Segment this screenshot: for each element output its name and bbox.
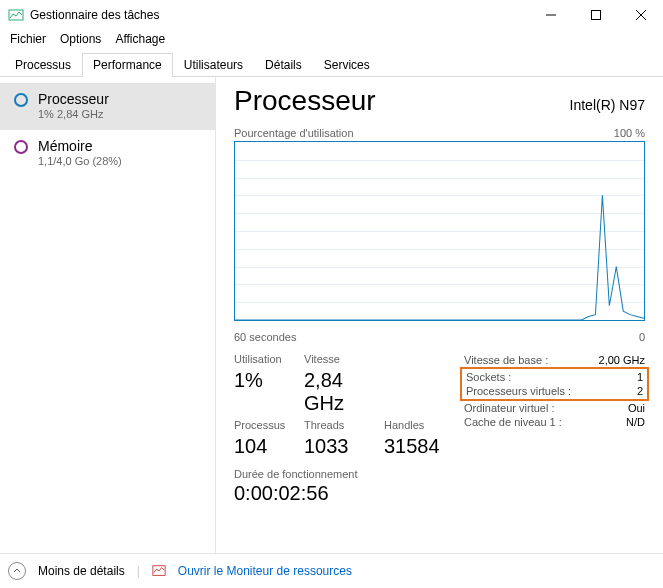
title-bar: Gestionnaire des tâches [0,0,663,30]
sidebar-item-cpu[interactable]: Processeur 1% 2,84 GHz [0,83,215,130]
window-title: Gestionnaire des tâches [30,8,528,22]
sidebar-cpu-sub: 1% 2,84 GHz [38,108,109,120]
chart-top-labels: Pourcentage d'utilisation 100 % [234,127,645,139]
handles-label: Handles [384,419,454,431]
row-base-speed: Vitesse de base : 2,00 GHz [464,353,645,367]
chart-xlabel: 60 secondes [234,331,296,343]
open-resource-monitor-link[interactable]: Ouvrir le Moniteur de ressources [178,564,352,578]
cpu-chart[interactable] [234,141,645,321]
chart-ymin: 0 [639,331,645,343]
close-icon [636,10,646,20]
chart-bottom-labels: 60 secondes 0 [234,327,645,343]
footer: Moins de détails | Ouvrir le Moniteur de… [0,553,663,588]
util-value: 1% [234,369,304,415]
maximize-icon [591,10,601,20]
main-body: Processeur 1% 2,84 GHz Mémoire 1,1/4,0 G… [0,77,663,553]
main-panel: Processeur Intel(R) N97 Pourcentage d'ut… [216,77,663,553]
maximize-button[interactable] [573,0,618,30]
chart-ymax: 100 % [614,127,645,139]
tab-bar: Processus Performance Utilisateurs Détai… [0,52,663,77]
util-label: Utilisation [234,353,304,365]
tab-services[interactable]: Services [313,53,381,77]
chart-title: Pourcentage d'utilisation [234,127,354,139]
sidebar-item-memory[interactable]: Mémoire 1,1/4,0 Go (28%) [0,130,215,177]
tab-details[interactable]: Détails [254,53,313,77]
cpu-line [235,142,644,320]
row-virtual-machine: Ordinateur virtuel : Oui [464,401,645,415]
stats-area: Utilisation Vitesse 1% 2,84 GHz Processu… [234,353,645,458]
svg-rect-0 [9,10,23,20]
row-sockets: Sockets : 1 [466,370,643,384]
tab-users[interactable]: Utilisateurs [173,53,254,77]
app-icon [8,7,24,23]
less-details-button[interactable] [8,562,26,580]
uptime-label: Durée de fonctionnement [234,468,645,480]
minimize-button[interactable] [528,0,573,30]
performance-sidebar: Processeur 1% 2,84 GHz Mémoire 1,1/4,0 G… [0,77,216,553]
proc-value: 104 [234,435,304,458]
row-virtual-processors: Processeurs virtuels : 2 [466,384,643,398]
chevron-up-icon [13,567,21,575]
sidebar-mem-sub: 1,1/4,0 Go (28%) [38,155,122,167]
stats-right: Vitesse de base : 2,00 GHz Sockets : 1 P… [464,353,645,458]
tab-performance[interactable]: Performance [82,53,173,77]
tab-processes[interactable]: Processus [4,53,82,77]
footer-separator: | [137,564,140,578]
less-details-label[interactable]: Moins de détails [38,564,125,578]
uptime-value: 0:00:02:56 [234,482,645,505]
menu-options[interactable]: Options [60,32,101,46]
svg-rect-2 [591,11,600,20]
memory-ring-icon [14,140,28,154]
minimize-icon [546,10,556,20]
menu-bar: Fichier Options Affichage [0,30,663,52]
cpu-ring-icon [14,93,28,107]
sidebar-mem-label: Mémoire [38,138,122,154]
stats-left: Utilisation Vitesse 1% 2,84 GHz Processu… [234,353,454,458]
threads-label: Threads [304,419,384,431]
page-title: Processeur [234,85,376,117]
proc-label: Processus [234,419,304,431]
resource-monitor-icon [152,564,166,578]
row-l1-cache: Cache de niveau 1 : N/D [464,415,645,429]
menu-view[interactable]: Affichage [115,32,165,46]
threads-value: 1033 [304,435,384,458]
speed-value: 2,84 GHz [304,369,384,415]
handles-value: 31584 [384,435,454,458]
window-controls [528,0,663,30]
highlight-box: Sockets : 1 Processeurs virtuels : 2 [460,367,649,401]
speed-label: Vitesse [304,353,384,365]
close-button[interactable] [618,0,663,30]
cpu-model: Intel(R) N97 [570,97,645,113]
sidebar-cpu-label: Processeur [38,91,109,107]
menu-file[interactable]: Fichier [10,32,46,46]
main-header: Processeur Intel(R) N97 [234,85,645,121]
